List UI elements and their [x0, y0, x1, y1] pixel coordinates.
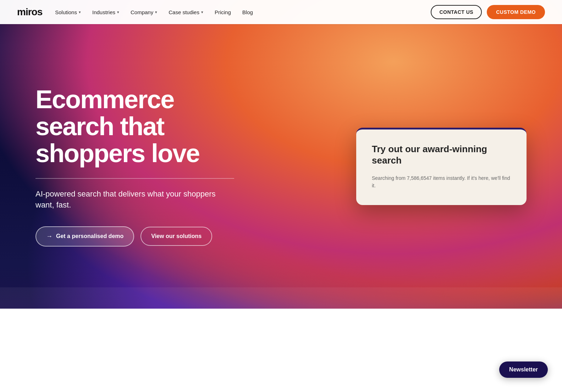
search-card: Try out our award-winning search Searchi… [356, 128, 527, 205]
nav-right: CONTACT US CUSTOM DEMO [431, 5, 545, 19]
arrow-icon: → [46, 233, 53, 240]
nav-solutions[interactable]: Solutions ▾ [55, 9, 81, 15]
hero-section: Ecommerce search that shoppers love AI-p… [0, 0, 562, 309]
search-card-title: Try out our award-winning search [372, 144, 511, 166]
navbar: miros Solutions ▾ Industries ▾ Company ▾… [0, 0, 562, 24]
chevron-down-icon: ▾ [79, 10, 81, 15]
nav-company[interactable]: Company ▾ [131, 9, 157, 15]
hero-heading: Ecommerce search that shoppers love [35, 86, 234, 167]
nav-links: Solutions ▾ Industries ▾ Company ▾ Case … [55, 9, 253, 15]
hero-text-block: Ecommerce search that shoppers love AI-p… [35, 86, 234, 246]
hero-buttons: → Get a personalised demo View our solut… [35, 226, 234, 247]
nav-left: miros Solutions ▾ Industries ▾ Company ▾… [17, 6, 253, 18]
view-solutions-button[interactable]: View our solutions [140, 227, 212, 246]
search-card-subtitle: Searching from 7,586,6547 items instantl… [372, 175, 511, 189]
chevron-down-icon: ▾ [117, 10, 119, 15]
custom-demo-button[interactable]: CUSTOM DEMO [487, 5, 545, 19]
hero-content: Ecommerce search that shoppers love AI-p… [0, 86, 562, 246]
nav-case-studies[interactable]: Case studies ▾ [169, 9, 203, 15]
contact-us-button[interactable]: CONTACT US [431, 5, 482, 19]
chevron-down-icon: ▾ [201, 10, 203, 15]
nav-blog[interactable]: Blog [242, 9, 253, 15]
nav-industries[interactable]: Industries ▾ [92, 9, 119, 15]
get-demo-button[interactable]: → Get a personalised demo [35, 226, 134, 247]
hero-bottom-bar [0, 287, 562, 309]
logo[interactable]: miros [17, 6, 42, 18]
hero-divider [35, 178, 234, 179]
nav-pricing[interactable]: Pricing [215, 9, 231, 15]
hero-subtext: AI-powered search that delivers what you… [35, 189, 234, 211]
newsletter-button[interactable]: Newsletter [499, 361, 548, 378]
chevron-down-icon: ▾ [155, 10, 157, 15]
